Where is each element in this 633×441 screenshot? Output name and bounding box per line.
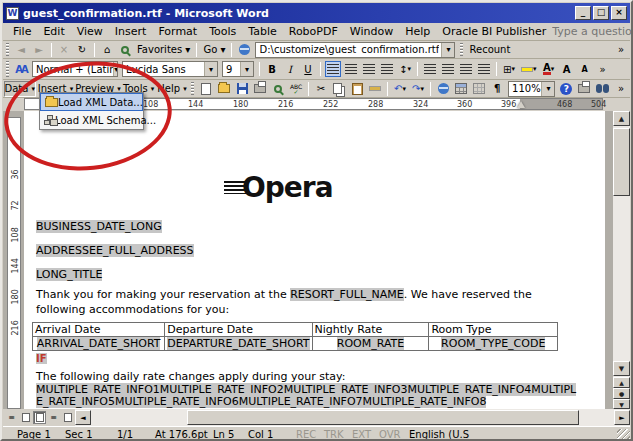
stop-icon[interactable]: ×	[56, 42, 72, 58]
bold-button[interactable]: B	[264, 61, 280, 77]
align-left-button[interactable]	[325, 61, 341, 77]
select-browse-object-icon[interactable]: ●	[613, 388, 630, 399]
decrease-indent-button[interactable]	[458, 61, 474, 77]
bi-menu-data[interactable]: Data ▾	[4, 81, 36, 97]
font-size-combo[interactable]: 9 ▾	[222, 61, 254, 77]
menu-insert[interactable]: Insert	[109, 23, 153, 40]
favorites-button[interactable]: Favorites ▾	[135, 42, 192, 58]
font-size-dropdown-icon[interactable]: ▾	[240, 62, 253, 76]
style-dropdown-icon[interactable]: ▾	[113, 62, 118, 76]
open-button[interactable]	[216, 81, 232, 97]
new-document-button[interactable]	[198, 81, 214, 97]
vertical-scroll-thumb[interactable]	[613, 128, 630, 196]
business-date-field[interactable]: BUSINESS_DATE_LONG	[36, 220, 162, 233]
underline-button[interactable]: U	[300, 61, 316, 77]
toolbar-options-icon[interactable]: »	[613, 42, 629, 58]
horizontal-scroll-thumb[interactable]	[187, 410, 579, 425]
reading-layout-icon[interactable]	[61, 411, 74, 424]
normal-view-icon[interactable]: ≡	[5, 411, 18, 424]
minimize-button[interactable]: _	[575, 6, 591, 20]
menu-tools[interactable]: Tools	[203, 23, 242, 40]
menu-oracle-bi-publisher[interactable]: Oracle BI Publisher	[436, 23, 552, 40]
status-ovr-toggle[interactable]: OVR	[379, 429, 400, 440]
menu-edit[interactable]: Edit	[37, 23, 70, 40]
scroll-left-icon[interactable]: ◄	[75, 410, 91, 425]
scroll-down-icon[interactable]: ▼	[613, 361, 630, 376]
font-combo[interactable]: Lucida Sans ▾	[122, 61, 218, 77]
status-rec-toggle[interactable]: REC	[296, 429, 316, 440]
show-formatting-marks-button[interactable]: ¶	[489, 81, 505, 97]
search-web-icon[interactable]	[117, 42, 133, 58]
toolbar-grip[interactable]	[191, 82, 194, 96]
menu-file[interactable]: File	[7, 23, 37, 40]
scroll-right-icon[interactable]: ►	[614, 410, 630, 425]
if-form-field[interactable]: IF	[36, 353, 47, 364]
shrink-font-button[interactable]: A	[577, 61, 593, 77]
status-ext-toggle[interactable]: EXT	[352, 429, 371, 440]
next-page-icon[interactable]: ▼	[613, 399, 630, 409]
grow-font-button[interactable]: A	[559, 61, 575, 77]
toolbar-options-icon[interactable]: »	[613, 81, 629, 97]
go-button[interactable]: Go ▾	[201, 42, 227, 58]
toolbar-options-icon[interactable]: »	[595, 61, 611, 77]
bi-menu-help[interactable]: Help ▾	[157, 81, 188, 97]
paste-button[interactable]	[349, 81, 365, 97]
help-button[interactable]: ?	[558, 81, 574, 97]
redo-button[interactable]: ↷▾	[410, 81, 426, 97]
format-painter-button[interactable]	[367, 81, 383, 97]
show-web-toolbar-icon[interactable]	[236, 42, 252, 58]
justify-button[interactable]	[379, 61, 395, 77]
align-center-button[interactable]	[343, 61, 359, 77]
address-dropdown-icon[interactable]: ▾	[441, 43, 454, 57]
forward-icon[interactable]: ►	[31, 42, 47, 58]
toolbar-grip[interactable]	[460, 43, 463, 57]
style-combo[interactable]: Normal + (Latir ▾	[32, 61, 118, 77]
web-layout-view-icon[interactable]	[19, 411, 32, 424]
find-button[interactable]	[594, 81, 611, 97]
insert-table-button[interactable]	[453, 81, 469, 97]
menu-item-load-xml-data[interactable]: Load XML Data...	[40, 93, 143, 111]
intro-paragraph[interactable]: Thank you for making your reservation at…	[36, 287, 584, 317]
back-icon[interactable]: ◄	[13, 42, 29, 58]
menu-format[interactable]: Format	[152, 23, 203, 40]
line-spacing-button[interactable]: ↕▾	[397, 61, 413, 77]
print-layout-view-icon[interactable]	[33, 411, 46, 424]
long-title-field[interactable]: LONG_TITLE	[36, 268, 102, 281]
align-right-button[interactable]	[361, 61, 377, 77]
scroll-up-icon[interactable]: ▲	[613, 111, 630, 126]
numbering-button[interactable]	[422, 61, 438, 77]
status-trk-toggle[interactable]: TRK	[324, 429, 344, 440]
question-help-input[interactable]	[552, 24, 633, 39]
zoom-dropdown-icon[interactable]: ▾	[541, 82, 554, 96]
vertical-ruler[interactable]: 36 72 108 144 180 216	[7, 117, 21, 409]
cut-button[interactable]: ✂	[313, 81, 329, 97]
print-button-2[interactable]	[576, 81, 592, 97]
rates-fields-line2[interactable]: E_RATE_INFO5MULTIPLE_RATE_INFO6MULTIPLE_…	[36, 395, 486, 408]
address-combo[interactable]: ▾	[255, 42, 455, 58]
print-preview-button[interactable]	[270, 81, 286, 97]
previous-page-icon[interactable]: ▲	[613, 377, 630, 388]
toolbar-grip[interactable]	[6, 61, 9, 77]
show-gridlines-button[interactable]	[471, 81, 487, 97]
address-input[interactable]	[259, 44, 439, 55]
undo-button[interactable]: ↶▾	[392, 81, 408, 97]
toolbar-grip[interactable]	[6, 43, 9, 57]
menu-robopdf[interactable]: RoboPDF	[283, 23, 344, 40]
home-icon[interactable]: ⌂	[99, 42, 115, 58]
borders-button[interactable]: ⊞▾	[501, 61, 517, 77]
menu-item-load-xml-schema[interactable]: Load XML Schema...	[40, 111, 143, 129]
vertical-scrollbar[interactable]: ▲ ▼ ▲ ● ▼	[613, 111, 630, 409]
bullets-button[interactable]	[440, 61, 456, 77]
menu-table[interactable]: Table	[242, 23, 282, 40]
spelling-button[interactable]: ABC ✓	[288, 81, 304, 97]
addressee-field[interactable]: ADDRESSEE_FULL_ADDRESS	[36, 244, 194, 257]
right-indent-marker[interactable]	[517, 101, 525, 108]
maximize-button[interactable]: □	[593, 6, 609, 20]
font-color-button[interactable]: A▾	[541, 61, 557, 77]
styles-and-formatting-icon[interactable]: AA	[13, 61, 29, 77]
copy-button[interactable]	[331, 81, 347, 97]
outline-view-icon[interactable]: ≡	[47, 411, 60, 424]
print-button[interactable]	[252, 81, 268, 97]
italic-button[interactable]: I	[282, 61, 298, 77]
resize-grip[interactable]	[617, 429, 630, 441]
